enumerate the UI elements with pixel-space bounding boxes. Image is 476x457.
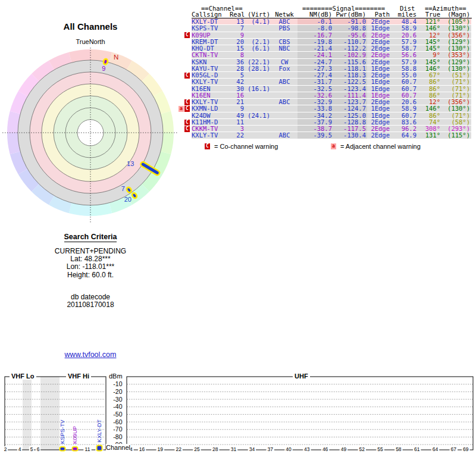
cell-real: 22 bbox=[230, 132, 245, 139]
cell-callsign: KXLY-TV bbox=[192, 79, 230, 85]
station-marker-dot bbox=[103, 58, 108, 64]
cell-miles: 20.6 bbox=[391, 99, 418, 105]
search-longitude: Lon: -118.01*** bbox=[16, 263, 165, 271]
db-datecode-block: db datecode 201108170018 bbox=[16, 293, 165, 309]
cell-real: 42 bbox=[230, 79, 245, 85]
cell-miles: 60.7 bbox=[391, 112, 418, 119]
cell-callsign: CKTN-TV bbox=[192, 52, 230, 58]
cell-nm: -24.1 bbox=[298, 52, 333, 58]
cell-callsign: K16EN bbox=[192, 86, 230, 92]
col-header-real: Real bbox=[230, 11, 245, 18]
channel-tick-label: 49 bbox=[341, 446, 347, 452]
table-row: K24DW49(24.1)-34.2-125.01Edge60.786°(71°… bbox=[177, 112, 471, 119]
cell-virt bbox=[245, 72, 271, 79]
cell-nm: -38.7 bbox=[298, 126, 333, 132]
channel-tick-label: 2 bbox=[4, 446, 7, 452]
cell-nm: -16.7 bbox=[298, 32, 333, 39]
cell-magn-az: (129°) bbox=[441, 59, 471, 65]
cell-magn-az: (51°) bbox=[441, 72, 471, 79]
station-marker-label: 7 bbox=[121, 185, 125, 192]
cell-path: 2Edge bbox=[367, 32, 391, 39]
channel-tick-label: 40 bbox=[286, 446, 292, 452]
cell-warn: C bbox=[177, 32, 192, 39]
table-row: KXLY-DT13(4.1)ABC-0.1-91.02Edge48.4121°(… bbox=[177, 18, 471, 25]
channel-tick-label: 6 bbox=[37, 446, 40, 452]
cell-real: 36 bbox=[230, 59, 245, 65]
cell-virt bbox=[245, 79, 271, 85]
channel-tick-label: 46 bbox=[322, 446, 328, 452]
tvfool-report-page: { "polar": { "title": "All Channels", "n… bbox=[0, 0, 476, 457]
col-header-path: Path bbox=[367, 11, 391, 18]
cell-true-az: 12° bbox=[418, 32, 441, 39]
table-row: KREM-DT20(2.1)CBS-19.8-110.72Edge57.9145… bbox=[177, 39, 471, 45]
cell-callsign: KXLY-TV bbox=[192, 132, 230, 139]
cell-real: 11 bbox=[230, 119, 245, 126]
cell-true-az: 146° bbox=[418, 65, 441, 72]
col-header-true: True bbox=[418, 11, 441, 18]
tvfool-link[interactable]: www.tvfool.com bbox=[65, 350, 117, 359]
adjacent-channel-warning-icon: a bbox=[178, 106, 184, 112]
cell-true-az: 67° bbox=[418, 72, 441, 79]
channel-tick-label: 5 bbox=[30, 446, 33, 452]
cell-magn-az: (130°) bbox=[441, 65, 471, 72]
spectrum-gap-band bbox=[40, 377, 60, 450]
cell-pwr: -123.4 bbox=[333, 86, 367, 92]
cell-callsign: KXLY-TV bbox=[192, 99, 230, 105]
cell-true-az: 146° bbox=[418, 105, 441, 112]
cell-nm: -39.5 bbox=[298, 132, 333, 139]
co-channel-warning-icon: C bbox=[184, 106, 190, 112]
cell-netwk bbox=[271, 119, 298, 126]
cell-magn-az: (130°) bbox=[441, 25, 471, 32]
cell-pwr: -130.4 bbox=[333, 132, 367, 139]
cell-warn: aC bbox=[177, 105, 192, 112]
cell-path: 1Edge bbox=[367, 92, 391, 99]
cell-nm: -33.8 bbox=[298, 105, 333, 112]
polar-radar-chart: 913720N bbox=[0, 17, 184, 225]
cell-callsign: K09UP bbox=[192, 32, 230, 39]
channel-tick-label: 67 bbox=[451, 446, 457, 452]
cell-path: 2Edge bbox=[367, 18, 391, 25]
adjacent-channel-legend-text: = Adjacent channel warning bbox=[340, 143, 421, 150]
cell-virt: (2.1) bbox=[245, 39, 271, 45]
cell-virt: (6.1) bbox=[245, 45, 271, 52]
station-marker-label: 20 bbox=[124, 196, 131, 203]
station-bar-label: KSPS-TV bbox=[59, 420, 65, 444]
table-row: CCKKM-TV3-38.7-117.52Edge96.2308°(293°) bbox=[177, 126, 471, 132]
cell-pwr: -125.0 bbox=[333, 112, 367, 119]
cell-callsign: KSKN bbox=[192, 59, 230, 65]
cell-path: 2Edge bbox=[367, 45, 391, 52]
cell-warn bbox=[177, 18, 192, 25]
cell-netwk bbox=[271, 92, 298, 99]
cell-netwk bbox=[271, 32, 298, 39]
site-link-wrap: www.tvfool.com bbox=[16, 349, 165, 359]
cell-warn: C bbox=[177, 119, 192, 126]
y-axis-tick-label: -60 bbox=[113, 418, 122, 425]
y-axis-tick-label: -70 bbox=[113, 425, 122, 433]
search-criteria-block: Search Criteria CURRENT+PENDING Lat: 48.… bbox=[16, 233, 165, 309]
cell-true-az: 86° bbox=[418, 92, 441, 99]
cell-virt bbox=[245, 119, 271, 126]
cell-real: 15 bbox=[230, 45, 245, 52]
cell-magn-az: (130°) bbox=[441, 45, 471, 52]
cell-real: 9 bbox=[230, 105, 245, 112]
table-row: KXLY-TV22ABC-39.5-130.42Edge64.9131°(115… bbox=[177, 132, 471, 139]
cell-pwr: -95.6 bbox=[333, 32, 367, 39]
cell-magn-az: (129°) bbox=[441, 39, 471, 45]
cell-nm: -19.8 bbox=[298, 39, 333, 45]
cell-virt: (4.1) bbox=[245, 18, 271, 25]
cell-path: 2Edge bbox=[367, 39, 391, 45]
channel-tick-label: 25 bbox=[194, 446, 200, 452]
y-axis-tick-label: -30 bbox=[113, 396, 122, 403]
table-row: aCKXMN-LD9-33.8-124.71Edge58.9146°(130°) bbox=[177, 105, 471, 112]
cell-true-az: 145° bbox=[418, 39, 441, 45]
station-bar-label: K09UP bbox=[71, 426, 78, 444]
cell-netwk: Fox bbox=[271, 65, 298, 72]
cell-pwr: -91.0 bbox=[333, 18, 367, 25]
cell-warn: C bbox=[177, 72, 192, 79]
cell-warn: C bbox=[177, 126, 192, 132]
cell-pwr: -111.4 bbox=[333, 92, 367, 99]
cell-netwk bbox=[271, 105, 298, 112]
x-axis-label-channel: Channel bbox=[106, 444, 130, 451]
cell-path: 2Edge bbox=[367, 119, 391, 126]
cell-virt bbox=[245, 99, 271, 105]
